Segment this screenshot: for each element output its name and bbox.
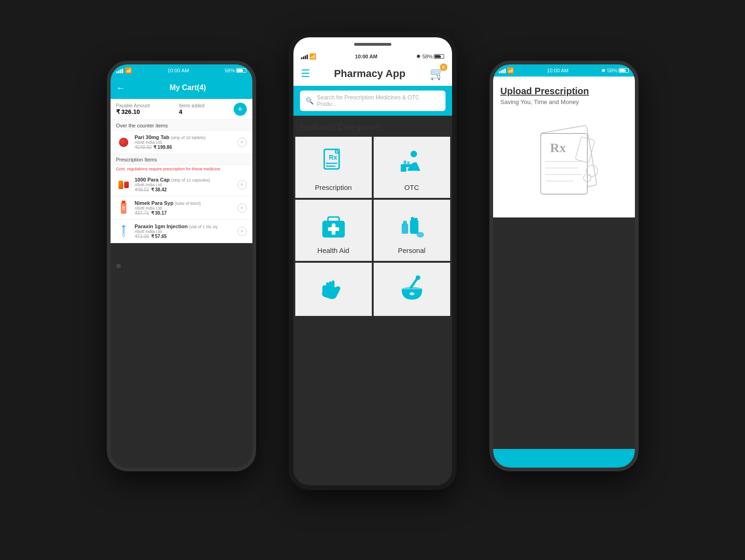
cart-item-paraxin: Paraxin 1gm Injection (vial of 1 ML inj.… <box>111 220 252 243</box>
pointing-icon <box>317 272 350 305</box>
svg-rect-15 <box>403 167 406 172</box>
center-status-bar: 📶 10:00 AM ✹ 58% <box>293 51 452 62</box>
svg-rect-24 <box>414 218 418 220</box>
nimek-icon <box>116 201 131 216</box>
svg-rect-1 <box>122 201 125 203</box>
center-bt-icon: ✹ <box>416 53 421 60</box>
cart-item-pari: Pari 30mg Tab (strip of 10 tablets) Abot… <box>111 131 252 154</box>
items-value: 4 <box>179 108 204 115</box>
left-battery-pct: 58% <box>224 68 235 73</box>
rx-section-label: Prescription Items <box>111 154 252 165</box>
paracap-company: Abott India Ltd. <box>135 182 237 187</box>
phone-center: 📶 10:00 AM ✹ 58% ☰ Pharmacy App 🛒 0 <box>289 33 457 490</box>
nimek-price: ₹37.71₹ 30.17 <box>135 210 237 216</box>
otc-section-label: Over the counter items <box>111 120 252 131</box>
category-health-aid[interactable]: Health Aid <box>295 200 372 261</box>
phone-right: 📶 10:00 AM ✹ 58% Upload Prescription Sav… <box>489 61 639 471</box>
svg-rect-16 <box>404 161 406 165</box>
wifi-icon: 📶 <box>125 67 132 74</box>
scene: 📶 10:00 AM 58% ← My Cart(4) Payable Amou… <box>93 23 653 537</box>
back-button[interactable]: ← <box>116 83 125 93</box>
pari-name: Pari 30mg Tab (strip of 10 tablets) <box>135 134 237 140</box>
svg-text:Rx: Rx <box>329 154 337 161</box>
center-wifi-icon: 📶 <box>309 53 316 60</box>
hamburger-button[interactable]: ☰ <box>301 68 310 80</box>
right-signal-icon <box>499 68 506 73</box>
paraxin-price: ₹72.06₹ 57.65 <box>135 234 237 239</box>
health-aid-icon <box>317 209 350 242</box>
paraxin-icon <box>116 224 131 239</box>
payable-label: Payable Amount <box>116 103 150 108</box>
svg-rect-0 <box>121 203 126 214</box>
rx-warning: Govt. regulations require prescription f… <box>111 165 252 173</box>
cart-item-paracap: 1000 Para Cap (strip of 12 capsules) Abo… <box>111 173 252 196</box>
svg-text:Rx: Rx <box>550 140 566 155</box>
svg-point-12 <box>411 151 417 157</box>
right-content: Upload Prescription Saving You, Time and… <box>493 77 635 217</box>
search-bar: 🔍 Search for Prescription Medicines & OT… <box>293 86 452 116</box>
center-signal-icon <box>301 54 308 59</box>
paraxin-remove[interactable]: × <box>237 227 247 236</box>
center-time: 10:00 AM <box>355 54 377 59</box>
nimek-name: Nimek Para Syp (tube of 60ml) <box>135 200 237 206</box>
otc-label: OTC <box>404 183 419 191</box>
pari-company: Abott India Ltd. <box>135 140 237 145</box>
right-battery-pct: 58% <box>607 68 617 73</box>
categories-grid: Rx Prescription <box>293 137 452 316</box>
svg-rect-17 <box>407 161 410 165</box>
category-pointing[interactable] <box>295 263 372 316</box>
right-time: 10:00 AM <box>547 68 568 73</box>
svg-point-6 <box>122 234 125 237</box>
upload-sub: Saving You, Time and Money <box>501 98 627 105</box>
cart-icon-wrap[interactable]: 🛒 0 <box>430 66 445 81</box>
pari-remove[interactable]: × <box>237 138 247 147</box>
pari-icon <box>116 135 131 150</box>
nimek-company: Abott India Ltd. <box>135 206 237 210</box>
category-mortar[interactable] <box>374 263 450 316</box>
nimek-remove[interactable]: × <box>237 203 247 213</box>
search-input-wrap[interactable]: 🔍 Search for Prescription Medicines & OT… <box>300 91 446 111</box>
personal-icon <box>396 209 428 242</box>
svg-rect-5 <box>122 226 125 227</box>
category-otc[interactable]: OTC <box>374 137 450 198</box>
center-battery-pct: 58% <box>422 54 432 59</box>
rx-illustration: Rx <box>501 115 627 208</box>
paraxin-name: Paraxin 1gm Injection (vial of 1 ML inj. <box>135 224 237 229</box>
app-title: Pharmacy App <box>334 68 405 80</box>
right-wifi-icon: 📶 <box>507 67 514 74</box>
paracap-remove[interactable]: × <box>237 180 247 189</box>
search-placeholder: Search for Prescription Medicines & OTC … <box>317 94 440 107</box>
right-battery-icon <box>619 68 629 73</box>
payable-value: ₹ 326.10 <box>116 108 150 115</box>
left-header: ← My Cart(4) <box>111 77 252 99</box>
add-button[interactable]: + <box>234 103 247 116</box>
prescription-icon: Rx <box>317 146 350 179</box>
category-personal[interactable]: Personal <box>374 200 450 261</box>
pari-price: ₹249.83₹ 199.86 <box>135 145 237 150</box>
items-label: Items added <box>179 103 204 108</box>
cart-summary: Payable Amount ₹ 326.10 Items added 4 + <box>111 99 252 120</box>
notch <box>293 37 452 51</box>
center-header: ☰ Pharmacy App 🛒 0 <box>293 62 452 86</box>
signal-icon <box>116 68 123 73</box>
upload-title: Upload Prescription <box>501 86 627 97</box>
bottom-bar <box>493 449 635 468</box>
svg-rect-22 <box>410 220 418 234</box>
right-bt-icon: ✹ <box>601 68 606 74</box>
paracap-name: 1000 Para Cap (strip of 12 capsules) <box>135 177 237 182</box>
prescription-label: Prescription <box>315 183 352 191</box>
svg-point-29 <box>416 275 420 280</box>
svg-point-27 <box>417 232 424 238</box>
otc-icon <box>396 146 428 179</box>
paracap-icon <box>116 177 131 192</box>
phone-left: 📶 10:00 AM 58% ← My Cart(4) Payable Amou… <box>107 61 256 471</box>
category-prescription[interactable]: Rx Prescription <box>295 137 372 198</box>
search-icon: 🔍 <box>306 97 313 105</box>
left-status-bar: 📶 10:00 AM 58% <box>111 64 252 77</box>
battery-icon <box>236 68 246 73</box>
svg-point-42 <box>586 165 598 176</box>
speaker <box>354 43 391 46</box>
cart-badge: 0 <box>440 63 447 71</box>
left-camera <box>116 264 121 268</box>
svg-point-30 <box>402 287 422 292</box>
